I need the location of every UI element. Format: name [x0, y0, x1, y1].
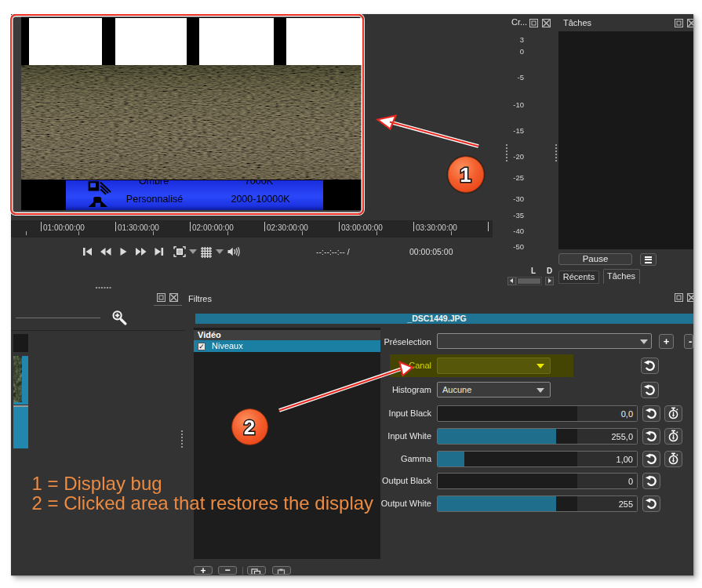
svg-text:2: 2: [244, 416, 255, 439]
svg-text:1: 1: [460, 163, 471, 187]
